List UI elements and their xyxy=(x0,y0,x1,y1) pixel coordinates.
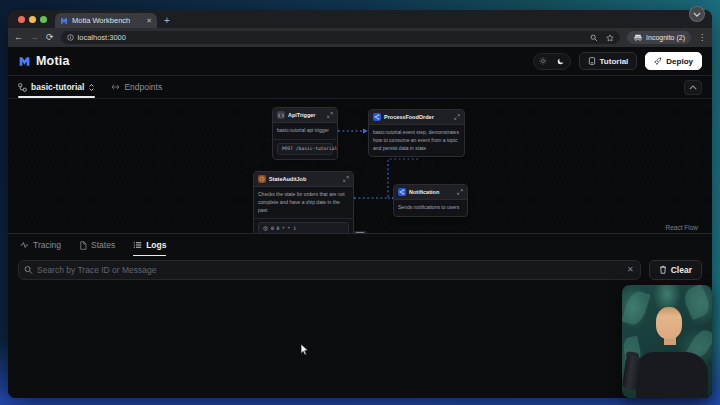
motia-favicon-icon xyxy=(60,17,68,25)
search-icon xyxy=(24,265,33,274)
browser-menu-icon[interactable]: ⋮ xyxy=(698,33,706,42)
tracing-icon xyxy=(20,241,29,249)
tab-endpoints[interactable]: Endpoints xyxy=(111,76,162,98)
chevrons-up-down-icon xyxy=(88,83,95,92)
deploy-label: Deploy xyxy=(666,57,693,66)
search-input[interactable] xyxy=(18,260,641,280)
bookmark-star-icon[interactable] xyxy=(606,34,614,42)
window-controls xyxy=(8,10,55,28)
log-list-empty[interactable] xyxy=(8,284,712,398)
endpoints-label: Endpoints xyxy=(124,82,162,92)
node-title: StateAuditJob xyxy=(269,176,340,182)
webcam-overlay xyxy=(622,285,712,398)
browser-toolbar: ← → ⟳ localhost:3000 Incognito (2) ⋮ xyxy=(8,28,712,47)
logs-list-icon xyxy=(133,241,142,249)
mouse-cursor xyxy=(300,343,309,356)
node-description: basic-tutorial event step, demonstrates … xyxy=(369,125,464,156)
brand-name: Motia xyxy=(36,54,70,68)
browser-tab[interactable]: Motia Workbench ✕ xyxy=(55,13,157,28)
tab-title: Motia Workbench xyxy=(72,16,142,25)
motia-logo-icon xyxy=(18,55,31,68)
tab-label: Tracing xyxy=(33,240,61,250)
node-description: basic-tutorial api trigger xyxy=(273,123,337,139)
tab-label: States xyxy=(91,240,115,250)
theme-toggle[interactable] xyxy=(533,53,571,70)
close-window-button[interactable] xyxy=(18,16,25,23)
new-tab-button[interactable]: + xyxy=(164,16,170,26)
moon-icon[interactable] xyxy=(557,57,565,65)
expand-icon[interactable] xyxy=(343,176,349,182)
node-notification[interactable]: Notification Sends notifications to user… xyxy=(393,184,468,217)
incognito-label: Incognito (2) xyxy=(646,34,685,41)
person-body xyxy=(636,352,708,398)
person-face xyxy=(656,307,682,339)
node-processfoodorder[interactable]: ProcessFoodOrder basic-tutorial event st… xyxy=(368,109,465,157)
flow-name: basic-tutorial xyxy=(31,82,84,92)
forward-icon[interactable]: → xyxy=(30,33,39,42)
leaf-decoration xyxy=(622,289,651,328)
expand-icon[interactable] xyxy=(457,189,463,195)
node-title: ProcessFoodOrder xyxy=(384,114,451,120)
reload-icon[interactable]: ⟳ xyxy=(46,33,54,42)
clock-icon xyxy=(263,226,268,231)
panel-tabs: Tracing States Logs xyxy=(8,234,712,256)
node-title: ApiTrigger xyxy=(288,112,324,118)
node-stateauditjob[interactable]: StateAuditJob Checks the state for order… xyxy=(253,171,354,233)
node-description: Checks the state for orders that are not… xyxy=(254,187,353,218)
cron-clock-icon xyxy=(258,175,266,183)
tab-label: Logs xyxy=(146,240,166,250)
lens-search-icon[interactable] xyxy=(590,34,598,42)
flow-canvas[interactable]: ApiTrigger basic-tutorial api trigger PO… xyxy=(8,99,712,233)
chevron-down-icon xyxy=(693,12,701,17)
workflow-icon xyxy=(18,83,27,92)
deploy-button[interactable]: Deploy xyxy=(645,52,702,70)
minimize-window-button[interactable] xyxy=(29,16,36,23)
node-apitrigger[interactable]: ApiTrigger basic-tutorial api trigger PO… xyxy=(272,107,338,160)
tutorial-label: Tutorial xyxy=(600,57,629,66)
react-flow-attribution: React Flow xyxy=(665,224,698,231)
file-icon xyxy=(79,241,87,250)
log-search-row: ✕ Clear xyxy=(8,256,712,284)
expand-icon[interactable] xyxy=(454,114,460,120)
flow-bar: basic-tutorial Endpoints xyxy=(8,76,712,99)
chevron-up-icon xyxy=(689,85,697,90)
event-step-icon xyxy=(398,188,406,196)
expand-icon[interactable] xyxy=(327,112,333,118)
node-cron-code: 0 0 * * 1 xyxy=(271,226,296,231)
motia-app: Motia Tutorial Deploy xyxy=(8,47,712,398)
leaf-decoration xyxy=(681,285,712,320)
event-step-icon xyxy=(373,113,381,121)
book-icon xyxy=(588,57,596,65)
clear-search-icon[interactable]: ✕ xyxy=(627,266,634,274)
panel-resize-handle[interactable] xyxy=(353,231,367,233)
sun-icon[interactable] xyxy=(539,57,547,65)
tutorial-button[interactable]: Tutorial xyxy=(579,52,638,70)
flow-edges xyxy=(8,99,712,233)
browser-tab-bar: Motia Workbench ✕ + xyxy=(8,10,712,28)
site-info-icon[interactable] xyxy=(67,34,74,41)
rocket-icon xyxy=(654,57,662,65)
incognito-icon xyxy=(633,34,643,41)
capture-widget-collapse-button[interactable] xyxy=(689,6,705,22)
incognito-badge: Incognito (2) xyxy=(627,31,691,44)
tab-logs[interactable]: Logs xyxy=(133,234,166,256)
url-text: localhost:3000 xyxy=(78,33,587,42)
collapse-flow-button[interactable] xyxy=(684,80,702,95)
tab-tracing[interactable]: Tracing xyxy=(20,234,61,256)
node-description: Sends notifications to users xyxy=(394,200,467,216)
bottom-panel: Tracing States Logs ✕ xyxy=(8,233,712,398)
trash-icon xyxy=(659,265,667,274)
node-title: Notification xyxy=(409,189,454,195)
tab-states[interactable]: States xyxy=(79,234,115,256)
api-icon xyxy=(277,111,285,119)
brand: Motia xyxy=(18,54,70,68)
clear-label: Clear xyxy=(671,265,692,275)
back-icon[interactable]: ← xyxy=(14,33,23,42)
clear-logs-button[interactable]: Clear xyxy=(649,260,702,280)
url-bar[interactable]: localhost:3000 xyxy=(61,31,621,44)
screen: Motia Workbench ✕ + ← → ⟳ localhost:3000… xyxy=(0,0,720,405)
browser-window: Motia Workbench ✕ + ← → ⟳ localhost:3000… xyxy=(8,10,712,398)
tab-close-icon[interactable]: ✕ xyxy=(146,17,152,24)
maximize-window-button[interactable] xyxy=(40,16,47,23)
flow-selector-basic-tutorial[interactable]: basic-tutorial xyxy=(18,76,95,98)
